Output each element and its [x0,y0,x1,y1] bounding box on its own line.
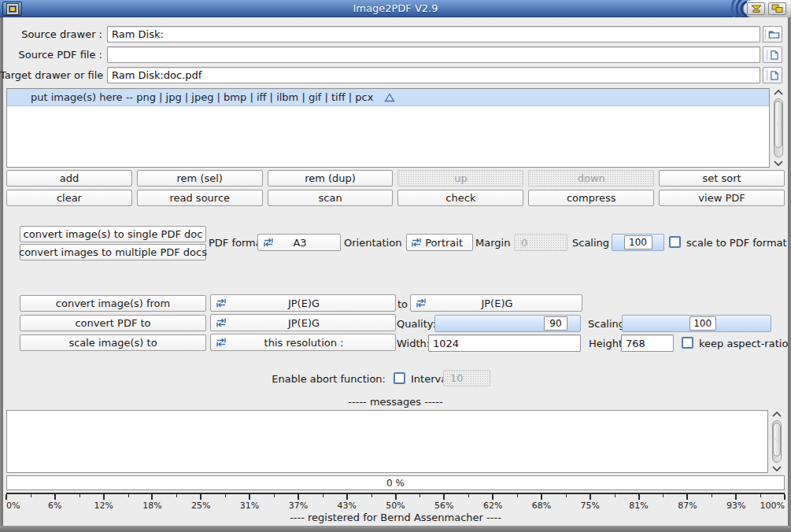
pdf-scaling-value: 100 [624,235,652,249]
progress-ruler: 0%6%12%18%25%31%37%43%50%56%62%68%75%81%… [6,493,785,508]
keep-aspect-label: keep aspect-ratio [699,335,788,352]
orientation-cycle[interactable]: Portrait [406,234,473,251]
up-button[interactable]: up [397,170,523,187]
resolution-value: this resolution : [231,337,395,349]
width-label: Width: [397,335,430,352]
cycle-icon [211,318,231,327]
file-icon [770,70,779,81]
view-pdf-button[interactable]: view PDF [659,190,785,206]
height-input[interactable] [621,334,674,352]
source-pdf-input[interactable] [107,46,760,63]
clear-button[interactable]: clear [6,190,132,206]
rem-dup-button[interactable]: rem (dup) [268,170,394,187]
ruler-label: 43% [337,501,356,511]
image-list-scrollbar[interactable] [772,88,785,168]
scrollbar-thumb[interactable] [773,423,781,456]
scroll-up-icon[interactable] [772,88,785,97]
scale-to-pdf-checkbox[interactable] [669,236,681,248]
image-file-list[interactable]: put image(s) here -- png | jpg | jpeg | … [6,88,770,168]
image-list-header-text: put image(s) here -- png | jpg | jpeg | … [31,91,373,103]
source-drawer-input[interactable] [107,26,760,42]
source-drawer-browse-button[interactable] [763,26,782,42]
depth-button[interactable] [768,2,786,15]
resolution-cycle[interactable]: this resolution : [210,334,396,351]
down-button[interactable]: down [528,170,654,187]
ruler-label: 37% [289,501,308,511]
depth-icon [771,4,783,13]
enable-abort-label: Enable abort function: [236,371,386,387]
scrollbar-track[interactable] [774,98,783,157]
cycle-icon [411,298,431,308]
add-button[interactable]: add [6,170,132,187]
titlebar[interactable]: Image2PDF V2.9 [0,0,791,17]
scaling-slider[interactable]: 100 [622,315,771,332]
browse-separator [767,70,767,80]
cycle-icon [407,238,425,247]
ruler-label: 100% [760,501,785,511]
to-format-cycle[interactable]: JP(E)G [410,294,582,312]
interval-input[interactable]: 10 [443,370,490,386]
scrollbar-track[interactable] [772,420,782,463]
window-border-bottom [0,526,791,532]
quality-label: Quality: [397,316,436,332]
ruler-label: 50% [386,501,405,511]
pdf-to-format-value: JP(E)G [231,317,395,329]
image-list-header[interactable]: put image(s) here -- png | jpg | jpeg | … [7,89,769,106]
margin-input[interactable]: 0 [514,234,567,251]
pdf-format-cycle[interactable]: A3 [257,234,341,251]
pdf-scaling-slider[interactable]: 100 [612,234,664,251]
sort-triangle-icon [384,93,395,102]
convert-pdf-to-button[interactable]: convert PDF to [20,315,206,331]
window-title: Image2PDF V2.9 [0,0,791,17]
scale-to-pdf-label: scale to PDF format [686,235,787,251]
target-label: Target drawer or file : [0,67,102,83]
ruler-label: 56% [434,501,453,511]
scroll-up-icon[interactable] [771,410,783,419]
iconify-icon [751,5,762,13]
iconify-button[interactable] [747,2,765,15]
progress-bar: 0 % [6,475,785,490]
to-format-value: JP(E)G [431,297,582,309]
convert-images-from-button[interactable]: convert image(s) from [20,295,206,312]
ruler-label: 0% [6,501,20,511]
browse-separator [765,29,766,39]
cycle-icon [211,338,231,347]
ruler-label: 62% [483,501,502,511]
convert-multiple-pdf-button[interactable]: convert images to multiple PDF docs [20,244,206,260]
folder-icon [768,29,780,39]
set-sort-button[interactable]: set sort [659,170,785,187]
ruler-label: 68% [532,501,551,511]
compress-button[interactable]: compress [528,190,654,206]
ruler-label: 81% [629,501,648,511]
scan-button[interactable]: scan [268,190,394,206]
keep-aspect-checkbox[interactable] [682,337,693,349]
file-icon [770,50,779,61]
scroll-down-icon[interactable] [772,159,785,168]
target-browse-button[interactable] [763,67,782,83]
convert-single-pdf-button[interactable]: convert image(s) to single PDF doc [20,226,206,242]
width-input[interactable] [428,334,581,352]
pdf-format-value: A3 [279,237,340,249]
window-border-right [788,17,791,526]
scroll-down-icon[interactable] [771,464,783,473]
read-source-button[interactable]: read source [137,190,263,206]
rem-sel-button[interactable]: rem (sel) [137,170,263,187]
image2pdf-window: Image2PDF V2.9 Source drawer : [0,0,791,532]
messages-box[interactable] [6,410,768,473]
scaling-value: 100 [689,316,716,331]
enable-abort-checkbox[interactable] [394,372,405,384]
scale-images-button[interactable]: scale image(s) to [20,334,206,351]
scrollbar-thumb[interactable] [774,101,782,148]
source-pdf-browse-button[interactable] [763,46,782,63]
messages-scrollbar[interactable] [771,410,783,473]
check-button[interactable]: check [397,190,523,206]
list-buttons-row1: add rem (sel) rem (dup) up down set sort [6,170,785,187]
quality-value: 90 [544,316,567,331]
from-format-cycle[interactable]: JP(E)G [210,294,396,312]
list-buttons-row2: clear read source scan check compress vi… [6,190,785,206]
ruler-label: 12% [94,501,113,511]
quality-slider[interactable]: 90 [434,315,581,332]
ruler-label: 75% [581,501,600,511]
pdf-to-format-cycle[interactable]: JP(E)G [210,314,396,331]
target-input[interactable] [107,67,760,83]
